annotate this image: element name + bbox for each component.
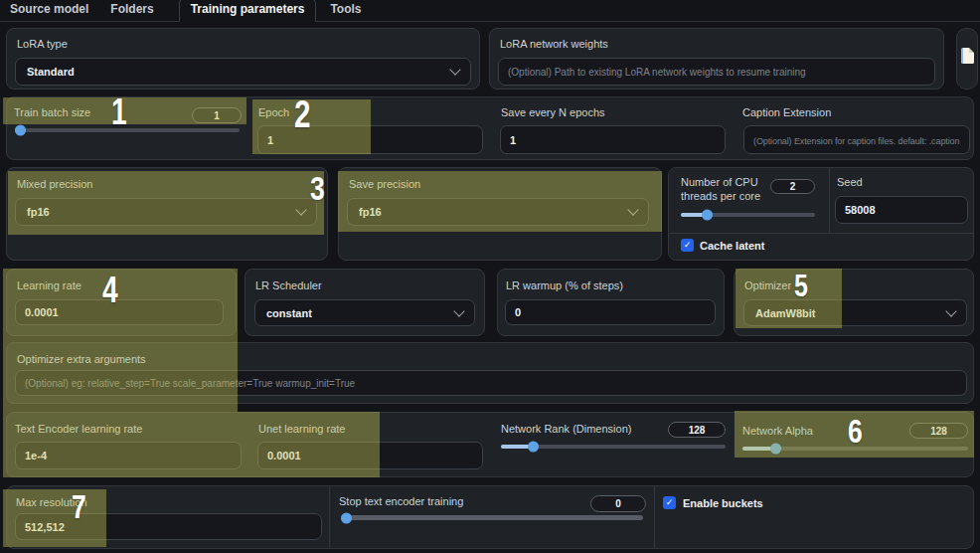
lr-scheduler-panel: LR Scheduler constant xyxy=(245,269,485,336)
optimizer-panel: Optimizer AdamW8bit xyxy=(734,269,974,336)
seed-label: Seed xyxy=(837,176,863,190)
save-precision-label: Save precision xyxy=(349,178,420,192)
lr-scheduler-value: constant xyxy=(266,307,312,319)
lora-network-weights-label: LoRA network weights xyxy=(500,38,608,52)
cpu-threads-label: Number of CPU threads per core xyxy=(681,176,776,204)
save-precision-value: fp16 xyxy=(359,206,382,218)
chevron-down-icon xyxy=(945,305,956,316)
train-batch-size-label: Train batch size xyxy=(14,106,90,120)
save-every-n-epochs-label: Save every N epochs xyxy=(501,106,605,120)
max-resolution-label: Max resolution xyxy=(16,496,87,510)
optimizer-extra-args-input[interactable] xyxy=(15,370,967,396)
stop-text-encoder-slider[interactable] xyxy=(341,515,643,520)
mixed-precision-panel: Mixed precision fp16 xyxy=(6,167,328,261)
text-encoder-lr-input[interactable] xyxy=(15,442,242,469)
row-lr-network-panel: Text Encoder learning rate Unet learning… xyxy=(6,412,974,477)
lora-network-weights-input[interactable] xyxy=(498,58,935,86)
tab-training-parameters[interactable]: Training parameters xyxy=(179,0,317,22)
tab-folders[interactable]: Folders xyxy=(99,0,164,21)
optimizer-extra-args-label: Optimizer extra arguments xyxy=(17,353,146,367)
save-every-n-epochs-input[interactable] xyxy=(500,125,726,154)
mixed-precision-label: Mixed precision xyxy=(17,178,92,192)
slider-handle[interactable] xyxy=(702,210,713,221)
tab-source-model[interactable]: Source model xyxy=(10,0,99,21)
text-encoder-lr-label: Text Encoder learning rate xyxy=(15,423,142,437)
lr-warmup-input[interactable] xyxy=(505,299,716,325)
network-alpha-label: Network Alpha xyxy=(742,425,813,439)
cache-latent-checkbox[interactable]: ✓ xyxy=(681,239,694,252)
document-icon xyxy=(961,48,974,64)
check-icon: ✓ xyxy=(684,241,692,250)
cpu-threads-slider[interactable] xyxy=(681,213,815,217)
tab-tools[interactable]: Tools xyxy=(319,0,372,21)
train-batch-size-value[interactable]: 1 xyxy=(192,107,242,123)
caption-extension-label: Caption Extension xyxy=(742,106,831,120)
divider xyxy=(669,233,973,234)
cpu-seed-panel: Number of CPU threads per core 2 Seed ✓ … xyxy=(668,167,974,261)
max-resolution-input[interactable] xyxy=(15,513,322,540)
lora-type-label: LoRA type xyxy=(17,38,68,52)
network-rank-value[interactable]: 128 xyxy=(668,422,726,438)
slider-handle[interactable] xyxy=(15,125,26,136)
seed-input[interactable] xyxy=(835,196,968,224)
learning-rate-panel: Learning rate xyxy=(6,269,237,336)
optimizer-extra-args-panel: Optimizer extra arguments xyxy=(6,342,974,404)
optimizer-label: Optimizer xyxy=(744,279,791,293)
lora-type-value: Standard xyxy=(27,66,75,78)
optimizer-select[interactable]: AdamW8bit xyxy=(743,299,967,326)
divider xyxy=(654,486,655,548)
check-icon: ✓ xyxy=(666,498,674,507)
stop-text-encoder-label: Stop text encoder training xyxy=(339,495,463,509)
cpu-threads-value[interactable]: 2 xyxy=(770,179,815,194)
lr-scheduler-select[interactable]: constant xyxy=(254,299,475,326)
chevron-down-icon xyxy=(449,64,460,75)
chevron-down-icon xyxy=(453,305,464,316)
save-precision-panel: Save precision fp16 xyxy=(338,167,662,261)
chevron-down-icon xyxy=(295,204,306,215)
slider-handle[interactable] xyxy=(528,442,539,453)
row-resolution-panel: Max resolution Stop text encoder trainin… xyxy=(6,485,974,549)
save-precision-select[interactable]: fp16 xyxy=(347,198,649,226)
unet-lr-input[interactable] xyxy=(257,442,483,469)
slider-handle[interactable] xyxy=(770,444,781,455)
chevron-down-icon xyxy=(627,204,638,215)
learning-rate-label: Learning rate xyxy=(17,279,82,293)
cache-latent-label: Cache latent xyxy=(700,240,764,254)
lora-network-weights-panel: LoRA network weights xyxy=(489,28,944,90)
row-batch-epoch-panel: Train batch size 1 Epoch Save every N ep… xyxy=(6,96,974,160)
network-alpha-slider[interactable] xyxy=(742,447,968,451)
lr-warmup-label: LR warmup (% of steps) xyxy=(506,279,623,293)
lora-type-panel: LoRA type Standard xyxy=(6,28,480,90)
open-file-button[interactable] xyxy=(956,28,978,90)
network-rank-label: Network Rank (Dimension) xyxy=(501,423,631,437)
caption-extension-input[interactable] xyxy=(743,125,970,154)
mixed-precision-value: fp16 xyxy=(27,206,50,218)
train-batch-size-slider[interactable] xyxy=(15,128,240,132)
divider xyxy=(829,168,830,233)
enable-buckets-label: Enable buckets xyxy=(683,497,763,511)
network-alpha-value[interactable]: 128 xyxy=(909,423,968,439)
lora-type-select[interactable]: Standard xyxy=(15,58,471,86)
enable-buckets-checkbox[interactable]: ✓ xyxy=(663,496,676,509)
network-rank-slider[interactable] xyxy=(501,445,726,449)
mixed-precision-select[interactable]: fp16 xyxy=(15,198,317,226)
tab-bar: Source model Folders Training parameters… xyxy=(0,0,980,22)
lr-scheduler-label: LR Scheduler xyxy=(255,279,322,293)
stop-text-encoder-value[interactable]: 0 xyxy=(590,495,646,512)
optimizer-value: AdamW8bit xyxy=(755,307,816,319)
divider xyxy=(329,486,330,548)
epoch-label: Epoch xyxy=(258,106,289,120)
learning-rate-input[interactable] xyxy=(15,299,224,325)
epoch-input[interactable] xyxy=(257,125,483,154)
slider-handle[interactable] xyxy=(341,512,352,523)
lr-warmup-panel: LR warmup (% of steps) xyxy=(497,269,725,336)
unet-lr-label: Unet learning rate xyxy=(258,423,345,437)
